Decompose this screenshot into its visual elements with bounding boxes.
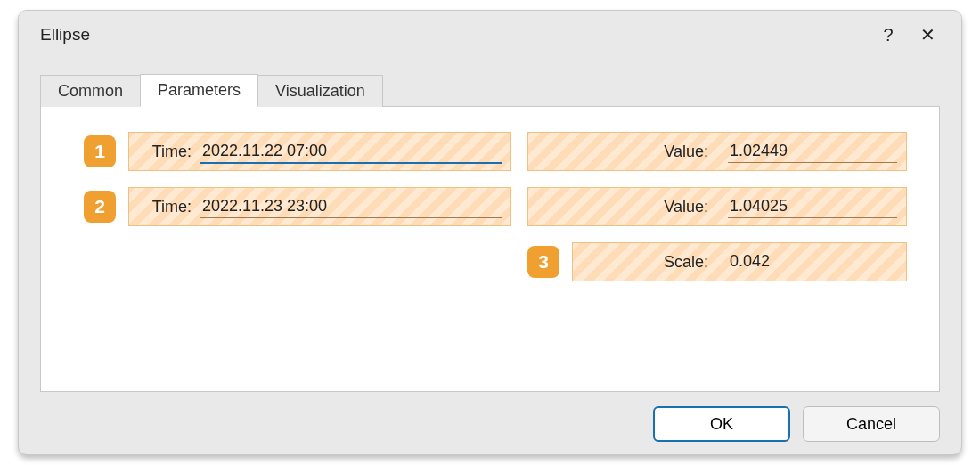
time-input-1[interactable]: 2022.11.22 07:00 [200, 140, 502, 164]
tab-bar: Common Parameters Visualization [40, 73, 940, 106]
tab-parameters[interactable]: Parameters [140, 74, 258, 107]
cancel-button[interactable]: Cancel [803, 406, 940, 442]
time-input-2[interactable]: 2022.11.23 23:00 [200, 195, 502, 218]
param-row-3: 3 Scale: 0.042 [84, 242, 907, 281]
help-icon: ? [883, 25, 893, 45]
value-field-2-strip: Value: 1.04025 [527, 187, 907, 226]
scale-field-strip: Scale: 0.042 [572, 242, 907, 281]
tab-visualization[interactable]: Visualization [257, 75, 383, 107]
value-label-1: Value: [537, 143, 708, 161]
close-button[interactable]: ✕ [908, 18, 947, 52]
time-field-2-strip: Time: 2022.11.23 23:00 [128, 187, 511, 226]
dialog-title: Ellipse [40, 25, 869, 45]
time-label-1: Time: [138, 143, 192, 161]
value-input-2[interactable]: 1.04025 [728, 195, 897, 218]
value-input-1[interactable]: 1.02449 [728, 140, 897, 163]
time-field-1-strip: Time: 2022.11.22 07:00 [128, 132, 511, 171]
row-badge-2: 2 [84, 191, 116, 223]
row-badge-1: 1 [84, 135, 116, 167]
ellipse-dialog: Ellipse ? ✕ Common Parameters Visualizat… [18, 10, 962, 455]
param-row-2: 2 Time: 2022.11.23 23:00 Value: 1.04025 [84, 187, 907, 226]
scale-label: Scale: [582, 253, 708, 272]
parameters-panel: 1 Time: 2022.11.22 07:00 Value: 1.02449 … [40, 106, 940, 392]
param-row-1: 1 Time: 2022.11.22 07:00 Value: 1.02449 [84, 132, 907, 171]
tab-common[interactable]: Common [40, 75, 141, 107]
row-badge-3: 3 [527, 246, 559, 278]
ok-button[interactable]: OK [653, 406, 790, 442]
close-icon: ✕ [920, 24, 935, 45]
help-button[interactable]: ? [869, 18, 908, 52]
value-label-2: Value: [537, 198, 708, 216]
dialog-footer: OK Cancel [40, 392, 940, 442]
scale-input[interactable]: 0.042 [728, 250, 897, 273]
value-field-1-strip: Value: 1.02449 [527, 132, 907, 171]
dialog-body: Common Parameters Visualization 1 Time: … [19, 59, 961, 454]
titlebar: Ellipse ? ✕ [19, 11, 961, 59]
time-label-2: Time: [138, 198, 192, 216]
